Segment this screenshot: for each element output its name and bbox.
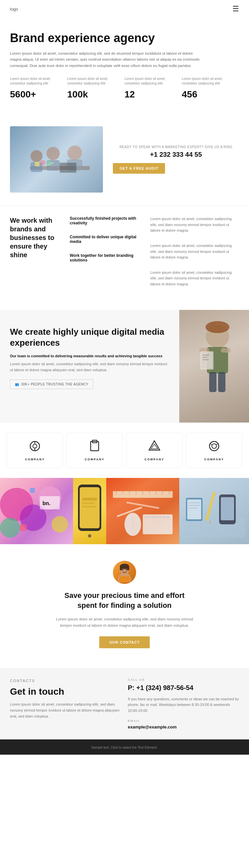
call-ready-text: READY TO SPEAK WITH A MARKETING EXPERT? … bbox=[113, 145, 239, 149]
digital-right-image bbox=[179, 310, 249, 423]
testimonial-heading: Save your precious time and effort spent… bbox=[58, 591, 191, 611]
svg-point-89 bbox=[126, 569, 127, 570]
contact-right: CALL US P: +1 (324) 987-56-54 If you hav… bbox=[128, 678, 239, 730]
svg-rect-60 bbox=[159, 516, 162, 518]
footer-text: Sample text. Click to select the Text El… bbox=[91, 746, 158, 749]
portfolio-art-1: bn. bbox=[0, 478, 73, 544]
svg-rect-8 bbox=[60, 163, 76, 173]
svg-rect-41 bbox=[20, 524, 27, 531]
email-label: EMAIL bbox=[128, 719, 239, 722]
stat-number-4: 456 bbox=[182, 89, 239, 100]
portfolio-art-2 bbox=[73, 478, 106, 544]
svg-rect-87 bbox=[127, 566, 129, 570]
svg-point-47 bbox=[88, 534, 91, 537]
contacts-label: CONTACTS bbox=[10, 678, 121, 684]
company-logo-1 bbox=[28, 439, 42, 455]
header: logo ☰ bbox=[0, 0, 249, 18]
svg-rect-23 bbox=[218, 372, 225, 392]
svg-rect-86 bbox=[120, 566, 122, 570]
brand-desc-2: Lorem ipsum dolor sit amet, consetetur s… bbox=[150, 243, 239, 260]
digital-subtitle: Our team is committed to delivering meas… bbox=[10, 354, 169, 358]
svg-line-34 bbox=[210, 443, 212, 445]
footer: Sample text. Click to select the Text El… bbox=[0, 739, 249, 755]
brands-right: Lorem ipsum dolor sit amet, consetetur s… bbox=[150, 216, 239, 296]
stats-labels-row: Lorem ipsum dolor sit amet, consetetur s… bbox=[10, 76, 239, 86]
brand-desc-1: Lorem ipsum dolor sit amet, consetetur s… bbox=[150, 216, 239, 234]
svg-point-88 bbox=[122, 569, 123, 570]
company-name-2: COMPANY bbox=[85, 458, 104, 461]
svg-point-32 bbox=[210, 441, 219, 451]
portfolio-art-3 bbox=[106, 478, 179, 544]
portfolio-item-1: bn. bbox=[0, 478, 73, 544]
company-icon-1 bbox=[28, 439, 42, 453]
stat-number-3: 12 bbox=[124, 89, 182, 100]
portfolio-art-4 bbox=[179, 478, 249, 544]
brand-item-title-3: Work together for better branding soluti… bbox=[70, 253, 144, 262]
svg-rect-61 bbox=[163, 516, 165, 518]
brand-item-3: Work together for better branding soluti… bbox=[70, 253, 144, 262]
svg-rect-49 bbox=[82, 502, 94, 504]
digital-left: We create highly unique digital media ex… bbox=[0, 310, 179, 423]
svg-rect-81 bbox=[205, 491, 216, 521]
svg-rect-75 bbox=[187, 499, 201, 519]
svg-point-33 bbox=[212, 444, 217, 448]
digital-section: We create highly unique digital media ex… bbox=[0, 310, 249, 423]
stat-number-2: 100k bbox=[67, 89, 125, 100]
email-value: example@example.com bbox=[128, 724, 239, 730]
stats-numbers-row: 5600+ 100k 12 456 bbox=[10, 89, 239, 100]
call-image bbox=[10, 126, 103, 192]
brand-item-title-1: Successfully finished projects with crea… bbox=[70, 216, 144, 225]
svg-rect-10 bbox=[40, 160, 45, 165]
hero-section: Brand experience agency Lorem ipsum dolo… bbox=[0, 18, 249, 120]
portfolio-item-2 bbox=[73, 478, 106, 544]
brands-middle: Successfully finished projects with crea… bbox=[63, 216, 150, 296]
svg-rect-80 bbox=[221, 497, 234, 520]
contact-description: Lorem ipsum dolor sit amet, consetetur s… bbox=[10, 702, 121, 719]
svg-point-1 bbox=[31, 150, 43, 162]
svg-rect-90 bbox=[119, 576, 130, 582]
svg-rect-11 bbox=[47, 161, 51, 166]
svg-rect-59 bbox=[156, 516, 158, 518]
stat-label-4: Lorem ipsum dolor sit amet, consetetur s… bbox=[182, 76, 239, 86]
stat-label-3: Lorem ipsum dolor sit amet, consetetur s… bbox=[124, 76, 182, 86]
company-name-3: COMPANY bbox=[144, 458, 164, 461]
company-card-1: COMPANY bbox=[7, 433, 63, 468]
svg-point-13 bbox=[205, 321, 229, 333]
avatar bbox=[113, 561, 136, 584]
svg-rect-48 bbox=[82, 498, 97, 500]
brands-left: We work with brands and businesses to en… bbox=[10, 216, 63, 296]
company-logo-3 bbox=[148, 439, 161, 455]
avatar-image bbox=[114, 562, 135, 582]
svg-line-35 bbox=[216, 443, 218, 445]
svg-text:bn.: bn. bbox=[43, 500, 51, 506]
svg-rect-9 bbox=[35, 162, 39, 166]
svg-rect-62 bbox=[166, 516, 169, 518]
svg-point-25 bbox=[33, 444, 37, 448]
company-logo-4 bbox=[208, 439, 221, 455]
company-icon-4 bbox=[208, 439, 221, 453]
svg-rect-58 bbox=[152, 516, 155, 518]
free-audit-button[interactable]: GET A FREE AUDIT bbox=[113, 163, 165, 174]
svg-rect-19 bbox=[202, 354, 209, 355]
contact-call-description: If you have any questions, comments or i… bbox=[128, 696, 239, 714]
company-icon-2 bbox=[88, 439, 101, 453]
company-card-3: COMPANY bbox=[126, 433, 183, 468]
svg-rect-21 bbox=[202, 359, 209, 360]
svg-rect-52 bbox=[126, 501, 159, 509]
svg-rect-20 bbox=[202, 357, 207, 358]
menu-icon[interactable]: ☰ bbox=[232, 5, 239, 13]
hero-description: Lorem ipsum dolor sit amet, consectetur … bbox=[10, 51, 202, 69]
portfolio-item-4 bbox=[179, 478, 249, 544]
our-contact-button[interactable]: OUR CONTACT bbox=[99, 636, 149, 648]
companies-row: COMPANY COMPANY COMPANY CO bbox=[0, 423, 249, 478]
testimonial-description: Lorem ipsum dolor sit amet, consetetur s… bbox=[55, 616, 194, 628]
stat-number-1: 5600+ bbox=[10, 89, 67, 100]
svg-point-3 bbox=[47, 147, 60, 160]
portfolio-grid: bn. bbox=[0, 478, 249, 544]
testimonial-section: Save your precious time and effort spent… bbox=[0, 544, 249, 661]
trust-badge-text: 30K+ PEOPLE TRUSTING THE AGENCY bbox=[21, 382, 89, 386]
portfolio-item-3 bbox=[106, 478, 179, 544]
brand-item-title-2: Committed to deliver unique digital medi… bbox=[70, 235, 144, 244]
call-info: READY TO SPEAK WITH A MARKETING EXPERT? … bbox=[113, 145, 239, 174]
company-icon-3 bbox=[148, 439, 161, 453]
